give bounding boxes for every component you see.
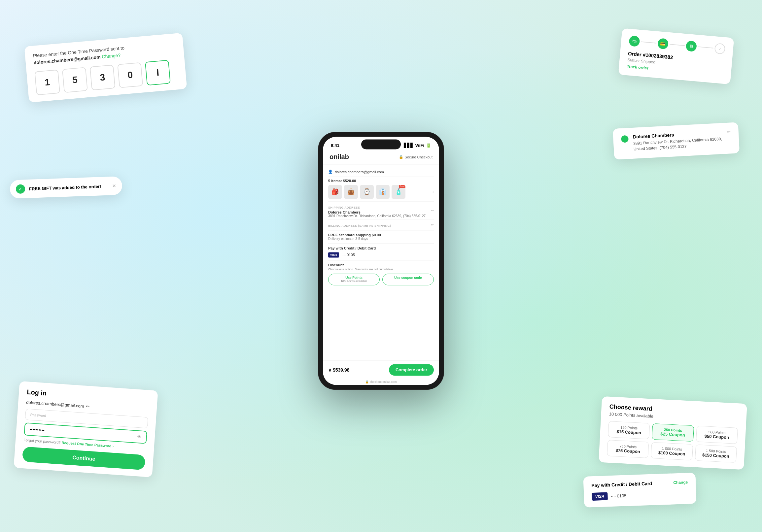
phone-content: 👤 dolores.chambers@gmail.com 5 Items: $5…	[323, 165, 439, 361]
step-line-1	[641, 41, 656, 43]
items-section: 5 Items: $528.00 🎒 👜 ⌚ 👔 🧴Free ›	[328, 176, 434, 202]
price-chevron[interactable]: ∨	[328, 367, 332, 372]
otp-digit-3[interactable]: 3	[90, 65, 115, 91]
step-line-3	[698, 46, 714, 48]
step-payment: 💳	[657, 38, 669, 49]
phone-visa-number: ···· 0105	[342, 253, 355, 257]
address-edit-icon[interactable]: ✏	[727, 129, 730, 134]
phone-footer: ∨ $539.98 Complete order	[323, 361, 439, 379]
continue-button[interactable]: Continue	[22, 446, 146, 470]
use-coupon-label: Use coupon code	[385, 276, 431, 280]
phone-payment-title: Pay with Credit / Debit Card	[328, 246, 434, 250]
phone-url-bar: 🔒 checkout.onilab.com	[323, 379, 439, 385]
discount-buttons: Use Points 100 Points available Use coup…	[328, 274, 434, 285]
payment-card-title: Pay with Credit / Debit Card	[591, 481, 652, 488]
phone-notch	[361, 139, 401, 149]
item-thumb-1: 🎒	[328, 185, 342, 199]
phone-email-row: 👤 dolores.chambers@gmail.com	[328, 167, 434, 176]
status-icons: ▋▋▋ WiFi 🔋	[404, 143, 431, 148]
complete-order-button[interactable]: Complete order	[389, 364, 434, 375]
otp-email: dolores.chambers@gmail.com	[33, 54, 101, 65]
footer-price: ∨ $539.98	[328, 367, 349, 372]
user-icon: 👤	[328, 169, 333, 174]
otp-digit-2[interactable]: 5	[62, 67, 88, 93]
billing-edit-icon[interactable]: ✏	[431, 223, 434, 227]
signal-icon: ▋▋▋	[404, 143, 414, 148]
phone-visa-logo: VISA	[328, 252, 339, 257]
otp-change-link[interactable]: Change?	[102, 52, 121, 59]
battery-icon: 🔋	[426, 143, 431, 148]
item-thumb-2: 👜	[344, 185, 358, 199]
visa-logo: VISA	[592, 492, 608, 500]
billing-address-label: BILLING ADDRESS (SAME AS SHIPPING)	[328, 224, 431, 228]
item-thumb-3: ⌚	[360, 185, 374, 199]
item-thumb-4: 👔	[376, 185, 390, 199]
lock-url-icon: 🔒	[365, 380, 369, 383]
free-badge: Free	[399, 185, 406, 188]
eye-icon[interactable]: 👁	[137, 434, 142, 439]
step-delivery: 🖥	[686, 40, 697, 52]
gift-check-icon: ✓	[16, 184, 26, 194]
phone-visa-row: VISA ···· 0105	[328, 252, 434, 257]
shipping-row: FREE Standard shipping $0.00 Delivery es…	[328, 231, 434, 243]
use-coupon-btn[interactable]: Use coupon code	[382, 274, 434, 285]
request-otp-link[interactable]: Request One Time Password ›	[61, 440, 114, 448]
login-email: dolores.chambers@gmail.com	[26, 400, 84, 409]
items-label: 5 Items: $528.00	[328, 179, 434, 183]
delivery-estimate: Delivery estimate: 3-5 days	[328, 237, 434, 240]
payment-card-bottom: Pay with Credit / Debit Card Change VISA…	[583, 473, 696, 507]
shipping-address-label: SHIPPING ADDRESS	[328, 206, 431, 209]
order-tracking-card: 🛍 💳 🖥 ✓ Order #1002839382 Status: Shippe…	[618, 28, 734, 84]
address-info: Dolores Chambers 3891 Ranchview Dr. Rich…	[633, 130, 723, 152]
step-check: ✓	[714, 43, 726, 54]
phone-url: checkout.onilab.com	[370, 380, 397, 383]
visa-row: VISA ···· 0105	[592, 490, 688, 500]
edit-icon[interactable]: ✏	[86, 404, 90, 409]
phone-logo: onilab	[330, 153, 349, 161]
shipping-price: $0.00	[372, 233, 381, 237]
shipping-name: Dolores Chambers	[328, 210, 431, 214]
payment-change-link[interactable]: Change	[673, 480, 688, 485]
phone-time: 9:41	[331, 143, 340, 148]
step-line-2	[669, 44, 685, 46]
discount-subtitle: Choose one option. Discounts are not cum…	[328, 268, 434, 271]
lock-icon: 🔒	[399, 155, 404, 159]
reward-option-3[interactable]: 500 Points $50 Coupon	[696, 426, 738, 444]
reward-option-5[interactable]: 1 000 Points $100 Coupon	[651, 442, 693, 460]
wifi-icon: WiFi	[415, 143, 424, 148]
otp-digit-1[interactable]: 1	[34, 70, 60, 96]
points-available: 100 Points available	[331, 280, 377, 283]
use-points-btn[interactable]: Use Points 100 Points available	[328, 274, 380, 285]
items-row: 🎒 👜 ⌚ 👔 🧴Free ›	[328, 185, 434, 199]
reward-option-6[interactable]: 1 500 Points $150 Coupon	[695, 444, 737, 463]
items-arrow[interactable]: ›	[432, 190, 434, 194]
address-card: Dolores Chambers 3891 Ranchview Dr. Rich…	[613, 122, 739, 160]
reward-options-grid: 150 Points $15 Coupon 250 Points $25 Cou…	[607, 421, 738, 463]
visa-number: ···· 0105	[611, 493, 626, 499]
gift-text: FREE GIFT was added to the order!	[29, 183, 108, 191]
order-steps: 🛍 💳 🖥 ✓	[629, 35, 726, 54]
reward-option-1[interactable]: 150 Points $15 Coupon	[608, 421, 650, 439]
phone-container: 9:41 ▋▋▋ WiFi 🔋 onilab 🔒 Secure Checkout	[318, 132, 444, 389]
reward-card: Choose reward 10 000 Points available 15…	[599, 396, 747, 470]
item-thumb-5: 🧴Free	[392, 185, 406, 199]
otp-inputs: 1 5 3 0 I	[34, 59, 179, 95]
otp-card: Please enter the One Time Password sent …	[25, 33, 187, 102]
otp-digit-5[interactable]: I	[145, 60, 171, 86]
reward-option-2[interactable]: 250 Points $25 Coupon	[652, 424, 694, 441]
address-dot-icon	[621, 135, 629, 143]
otp-digit-4[interactable]: 0	[117, 62, 143, 88]
shipping-address-detail: 3891 Ranchview Dr. Richardson, Californi…	[328, 214, 431, 218]
step-bag: 🛍	[629, 35, 640, 47]
shipping-edit-icon[interactable]: ✏	[431, 209, 434, 213]
phone-screen: 9:41 ▋▋▋ WiFi 🔋 onilab 🔒 Secure Checkout	[323, 137, 439, 385]
discount-section: Discount Choose one option. Discounts ar…	[328, 260, 434, 288]
payment-card-header: Pay with Credit / Debit Card Change	[591, 480, 688, 488]
password-placeholder: Password	[30, 413, 46, 418]
forgot-label: Forgot your password?	[24, 438, 61, 444]
gift-close-button[interactable]: ✕	[112, 183, 116, 188]
use-points-label: Use Points	[331, 276, 377, 280]
discount-title: Discount	[328, 263, 434, 267]
password-value: ••••••••••	[30, 427, 44, 432]
reward-option-4[interactable]: 750 Points $75 Coupon	[607, 440, 649, 458]
